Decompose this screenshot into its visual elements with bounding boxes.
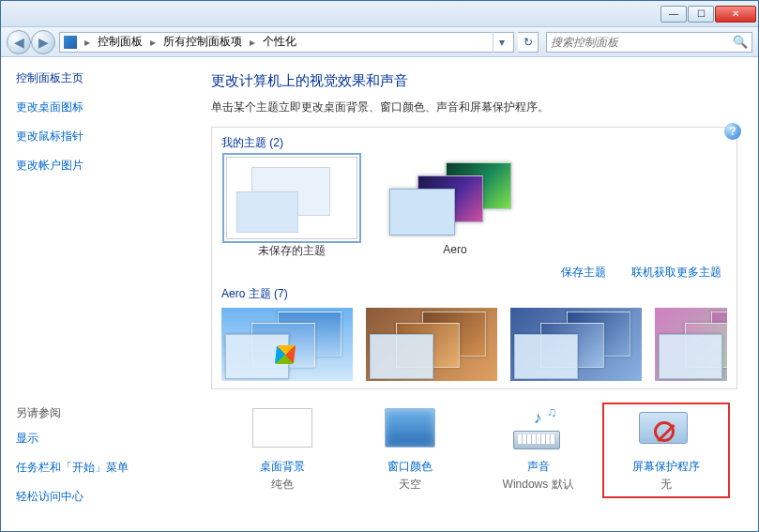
search-box[interactable]: 🔍	[546, 32, 752, 53]
aero-themes-row	[221, 308, 727, 381]
aero-themes-label: Aero 主题 (7)	[221, 286, 727, 302]
sound-icon: ♪♫	[506, 408, 566, 451]
page-title: 更改计算机上的视觉效果和声音	[211, 72, 737, 90]
background-icon	[252, 408, 312, 448]
quick-title: 桌面背景	[222, 459, 342, 475]
refresh-button[interactable]: ↻	[518, 32, 539, 53]
search-icon[interactable]: 🔍	[733, 35, 748, 49]
theme-thumbnail	[389, 157, 521, 239]
quick-subtitle: Windows 默认	[478, 477, 599, 493]
theme-name: 未保存的主题	[221, 243, 362, 259]
breadcrumb-item[interactable]: 控制面板	[98, 34, 143, 50]
theme-item[interactable]	[221, 308, 353, 381]
screensaver-icon	[633, 408, 693, 451]
sidebar-home-link[interactable]: 控制面板主页	[16, 70, 189, 86]
forward-button[interactable]: ▶	[31, 30, 55, 54]
my-themes-label: 我的主题 (2)	[221, 135, 727, 151]
close-button[interactable]: ✕	[715, 6, 756, 23]
sidebar-link-mouse-pointers[interactable]: 更改鼠标指针	[16, 129, 189, 144]
quick-title: 声音	[478, 459, 599, 475]
chevron-right-icon: ▸	[146, 36, 159, 49]
titlebar: — ☐ ✕	[1, 1, 758, 27]
breadcrumb-item[interactable]: 所有控制面板项	[163, 34, 242, 50]
breadcrumb-dropdown[interactable]: ▾	[493, 32, 509, 53]
theme-item[interactable]	[366, 308, 497, 381]
windows-logo-icon	[275, 345, 296, 364]
quick-subtitle: 天空	[350, 477, 470, 493]
help-icon[interactable]: ?	[724, 123, 741, 140]
theme-name: Aero	[385, 243, 525, 256]
get-more-themes-link[interactable]: 联机获取更多主题	[631, 266, 721, 279]
see-also-ease-of-access[interactable]: 轻松访问中心	[16, 489, 189, 505]
quick-title: 屏幕保护程序	[606, 459, 726, 475]
page-description: 单击某个主题立即更改桌面背景、窗口颜色、声音和屏幕保护程序。	[211, 99, 737, 115]
main-panel: ? 更改计算机上的视觉效果和声音 单击某个主题立即更改桌面背景、窗口颜色、声音和…	[189, 57, 758, 531]
search-input[interactable]	[551, 36, 733, 49]
chevron-right-icon: ▸	[81, 36, 94, 49]
sidebar-link-account-picture[interactable]: 更改帐户图片	[16, 158, 189, 174]
theme-item[interactable]	[510, 308, 642, 381]
chevron-right-icon: ▸	[246, 36, 259, 49]
control-panel-icon	[64, 36, 77, 49]
maximize-button[interactable]: ☐	[688, 6, 714, 23]
back-button[interactable]: ◀	[7, 30, 31, 54]
theme-thumbnail	[226, 157, 357, 239]
window-color-button[interactable]: 窗口颜色 天空	[346, 403, 474, 498]
see-also-display[interactable]: 显示	[16, 431, 189, 447]
quick-subtitle: 无	[606, 477, 726, 493]
minimize-button[interactable]: —	[660, 6, 687, 23]
theme-item-aero[interactable]: Aero	[385, 157, 525, 259]
quick-title: 窗口颜色	[350, 459, 470, 475]
sidebar-link-desktop-icons[interactable]: 更改桌面图标	[16, 99, 189, 115]
content-area: 控制面板主页 更改桌面图标 更改鼠标指针 更改帐户图片 另请参阅 显示 任务栏和…	[1, 57, 758, 531]
themes-list: 我的主题 (2) 未保存的主题 Aero 保存主题 联机获取更	[211, 127, 737, 389]
see-also-heading: 另请参阅	[16, 405, 189, 421]
see-also-taskbar[interactable]: 任务栏和「开始」菜单	[16, 460, 189, 476]
quick-subtitle: 纯色	[222, 477, 342, 493]
theme-item[interactable]	[655, 308, 727, 381]
sounds-button[interactable]: ♪♫ 声音 Windows 默认	[475, 403, 602, 498]
color-icon	[385, 408, 435, 448]
sidebar: 控制面板主页 更改桌面图标 更改鼠标指针 更改帐户图片 另请参阅 显示 任务栏和…	[1, 57, 189, 531]
address-bar: ◀ ▶ ▸ 控制面板 ▸ 所有控制面板项 ▸ 个性化 ▾ ↻ 🔍	[1, 27, 758, 57]
save-theme-link[interactable]: 保存主题	[561, 266, 606, 279]
screensaver-button[interactable]: 屏幕保护程序 无	[602, 403, 730, 498]
window: — ☐ ✕ ◀ ▶ ▸ 控制面板 ▸ 所有控制面板项 ▸ 个性化 ▾ ↻ 🔍	[0, 0, 759, 532]
quick-settings-row: 桌面背景 纯色 窗口颜色 天空 ♪♫ 声音 Windows 默认	[211, 403, 737, 498]
theme-item-unsaved[interactable]: 未保存的主题	[221, 157, 362, 259]
breadcrumb-item[interactable]: 个性化	[263, 34, 296, 50]
desktop-background-button[interactable]: 桌面背景 纯色	[219, 403, 346, 498]
breadcrumb[interactable]: ▸ 控制面板 ▸ 所有控制面板项 ▸ 个性化 ▾	[59, 32, 514, 53]
